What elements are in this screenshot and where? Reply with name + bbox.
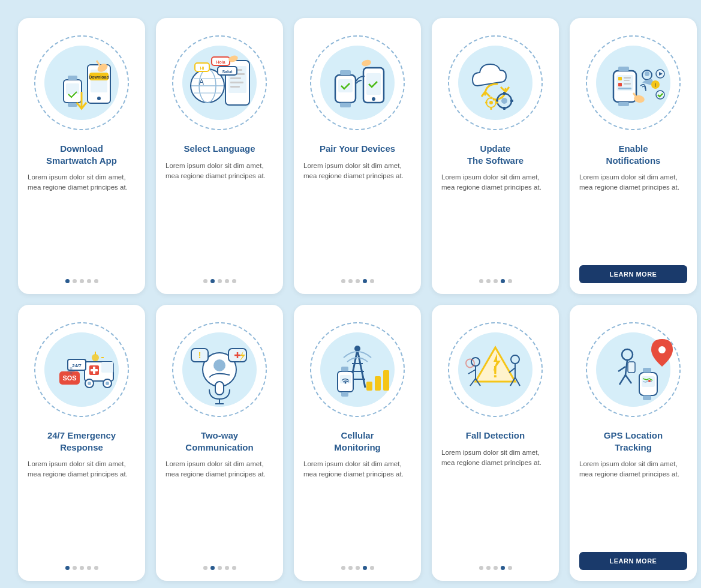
svg-rect-84 <box>101 362 113 373</box>
dot-3[interactable] <box>87 566 91 570</box>
svg-rect-58 <box>485 102 488 104</box>
svg-rect-57 <box>491 107 492 110</box>
svg-rect-68 <box>624 83 631 85</box>
dot-2[interactable] <box>80 279 84 283</box>
dot-0[interactable] <box>65 279 70 283</box>
svg-rect-127 <box>341 392 348 397</box>
svg-rect-9 <box>68 76 77 80</box>
card-pair-your-devices: Pair Your DevicesLorem ipsum dolor sit d… <box>294 18 421 294</box>
dot-4[interactable] <box>508 566 512 570</box>
dot-1[interactable] <box>73 279 77 283</box>
svg-rect-71 <box>618 102 629 106</box>
dot-3[interactable] <box>225 279 229 283</box>
svg-rect-121 <box>375 376 381 391</box>
svg-rect-69 <box>618 88 631 89</box>
dot-2[interactable] <box>494 279 498 283</box>
dot-3[interactable] <box>501 279 505 283</box>
dot-3[interactable] <box>225 566 229 570</box>
dot-1[interactable] <box>210 566 215 570</box>
learn-more-button-enable-notifications[interactable]: LEARN MORE <box>579 265 687 283</box>
dot-2[interactable] <box>356 279 360 283</box>
title-update-the-software: Update The Software <box>467 143 524 166</box>
icon-update-the-software <box>441 29 549 137</box>
dots-select-language <box>203 279 236 283</box>
dot-4[interactable] <box>370 279 374 283</box>
title-gps-location-tracking: GPS Location Tracking <box>604 430 663 453</box>
svg-point-88 <box>106 382 109 385</box>
dot-2[interactable] <box>218 566 222 570</box>
svg-rect-22 <box>230 86 240 88</box>
svg-rect-67 <box>618 83 622 86</box>
dot-2[interactable] <box>218 279 222 283</box>
dot-0[interactable] <box>341 279 345 283</box>
dot-0[interactable] <box>341 566 345 570</box>
dots-cellular-monitoring <box>341 566 374 570</box>
dot-4[interactable] <box>508 279 512 283</box>
svg-point-86 <box>88 382 91 385</box>
dot-1[interactable] <box>486 279 491 283</box>
top-row: Download Download Smartwatch AppLorem ip… <box>18 18 683 294</box>
dot-0[interactable] <box>479 566 483 570</box>
dot-0[interactable] <box>203 279 207 283</box>
svg-point-102 <box>213 359 225 371</box>
svg-point-4 <box>97 97 101 100</box>
svg-rect-65 <box>624 77 631 79</box>
dot-4[interactable] <box>94 279 98 283</box>
svg-point-113 <box>320 332 395 407</box>
svg-rect-109 <box>215 382 224 395</box>
body-update-the-software: Lorem ipsum dolor sit dim amet, mea regi… <box>441 172 549 271</box>
svg-rect-126 <box>341 367 348 371</box>
title-cellular-monitoring: Cellular Monitoring <box>334 430 380 453</box>
dot-1[interactable] <box>210 279 215 283</box>
card-download-smartwatch-app: Download Download Smartwatch AppLorem ip… <box>18 18 145 294</box>
title-select-language: Select Language <box>183 143 255 155</box>
svg-rect-66 <box>624 80 630 81</box>
svg-point-119 <box>354 346 360 352</box>
dot-0[interactable] <box>479 279 483 283</box>
dots-fall-detection <box>479 566 512 570</box>
svg-rect-156 <box>643 368 651 373</box>
svg-point-125 <box>345 382 347 384</box>
svg-text:!: ! <box>198 350 201 360</box>
body-enable-notifications: Lorem ipsum dolor sit dim amet, mea regi… <box>579 172 687 257</box>
learn-more-button-gps-location-tracking[interactable]: LEARN MORE <box>579 552 687 570</box>
svg-rect-8 <box>66 83 79 94</box>
dot-4[interactable] <box>370 566 374 570</box>
icon-two-way-communication: ! <box>166 316 273 424</box>
title-download-smartwatch-app: Download Smartwatch App <box>46 143 117 166</box>
body-cellular-monitoring: Lorem ipsum dolor sit dim amet, mea regi… <box>303 459 411 557</box>
dot-4[interactable] <box>232 279 236 283</box>
body-pair-your-devices: Lorem ipsum dolor sit dim amet, mea regi… <box>303 161 411 271</box>
card-fall-detection: ! Fall DetectionLorem ipsum dolor sit di… <box>432 305 559 581</box>
dot-2[interactable] <box>356 566 360 570</box>
dot-3[interactable] <box>363 566 367 570</box>
body-emergency-response: Lorem ipsum dolor sit dim amet, mea regi… <box>28 459 136 557</box>
icon-cellular-monitoring <box>303 316 411 424</box>
dot-3[interactable] <box>501 566 505 570</box>
dots-two-way-communication <box>203 566 236 570</box>
svg-rect-53 <box>510 100 513 102</box>
dot-1[interactable] <box>73 566 77 570</box>
svg-rect-50 <box>503 92 506 95</box>
dot-2[interactable] <box>80 566 84 570</box>
svg-text:!: ! <box>655 82 657 88</box>
dot-4[interactable] <box>94 566 98 570</box>
dot-0[interactable] <box>65 566 70 570</box>
svg-rect-40 <box>340 70 351 75</box>
dot-1[interactable] <box>348 566 353 570</box>
dot-1[interactable] <box>348 279 353 283</box>
body-gps-location-tracking: Lorem ipsum dolor sit dim amet, mea regi… <box>579 459 687 544</box>
icon-fall-detection: ! <box>441 316 549 424</box>
svg-text:SOS: SOS <box>62 374 76 382</box>
dot-3[interactable] <box>87 279 91 283</box>
dot-1[interactable] <box>486 566 491 570</box>
svg-point-152 <box>658 346 666 353</box>
svg-rect-41 <box>340 103 351 107</box>
dot-2[interactable] <box>494 566 498 570</box>
body-download-smartwatch-app: Lorem ipsum dolor sit dim amet, mea regi… <box>28 172 136 271</box>
title-emergency-response: 24/7 Emergency Response <box>47 430 116 453</box>
dot-3[interactable] <box>363 279 367 283</box>
dot-4[interactable] <box>232 566 236 570</box>
svg-rect-70 <box>618 67 629 71</box>
dot-0[interactable] <box>203 566 207 570</box>
